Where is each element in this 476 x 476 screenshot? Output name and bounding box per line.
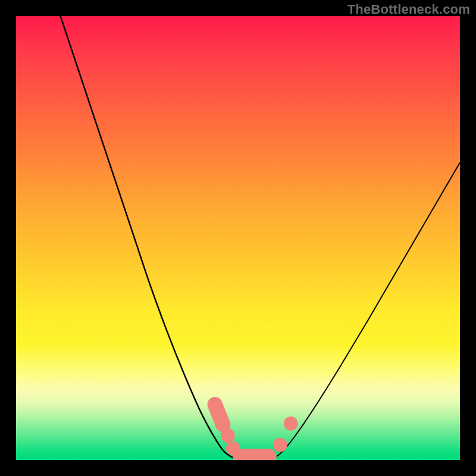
marker-layer [16,16,460,460]
plot-area [16,16,460,460]
marker-point [273,438,287,452]
marker-capsule [215,405,223,425]
watermark-text: TheBottleneck.com [347,2,470,17]
chart-frame: TheBottleneck.com [0,0,476,476]
marker-point [284,416,298,431]
marker-point [221,428,235,443]
